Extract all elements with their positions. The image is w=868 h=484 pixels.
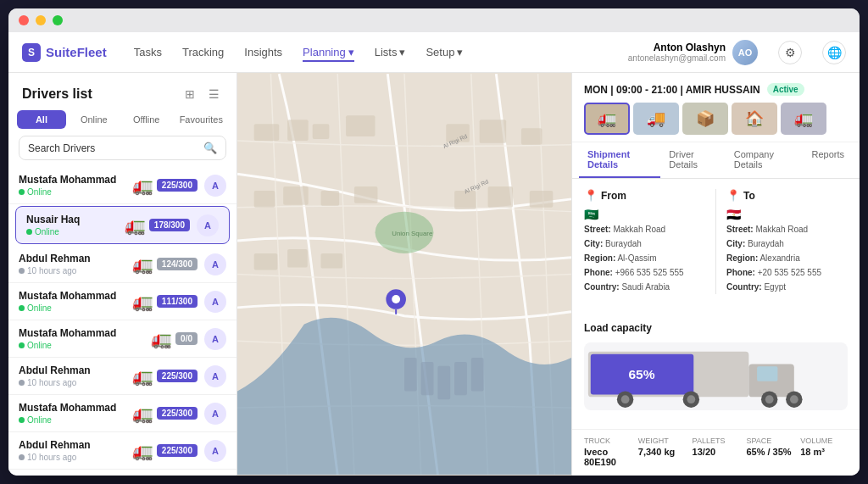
from-header: 📍 From — [584, 189, 705, 202]
close-dot[interactable] — [19, 15, 29, 25]
driver-info: Mustafa Mohammad Online — [19, 327, 144, 350]
from-label: From — [601, 190, 626, 202]
divider — [715, 189, 716, 294]
from-pin-icon: 📍 — [584, 189, 598, 202]
tab-reports[interactable]: Reports — [803, 142, 853, 178]
svg-point-39 — [765, 395, 774, 403]
from-details: Street: Makkah Road City: Buraydah Regio… — [584, 222, 705, 294]
truck-icon: 🚛 — [132, 403, 153, 424]
status-dot — [19, 305, 25, 311]
logo[interactable]: S SuiteFleet — [22, 43, 107, 62]
driver-avatar[interactable]: A — [204, 365, 226, 387]
to-flag: 🇪🇬 — [726, 208, 741, 221]
driver-item[interactable]: Abdul Rehman 10 hours ago 🚛 225/300 A — [8, 432, 236, 470]
maximize-dot[interactable] — [53, 15, 63, 25]
search-icon: 🔍 — [203, 142, 217, 154]
tab-company-details[interactable]: Company Details — [726, 142, 804, 178]
driver-status: Online — [26, 227, 118, 236]
driver-item[interactable]: Mustafa Mohammad Online 🚛 111/300 A — [8, 283, 236, 320]
settings-icon[interactable]: ⚙ — [778, 41, 802, 64]
driver-status: Online — [19, 415, 125, 425]
driver-item[interactable]: Mustafa Mohammad Online 🚛 225/300 A — [8, 167, 236, 204]
driver-header-top: MON | 09:00 - 21:00 | AMIR HUSSAIN Activ… — [584, 83, 848, 96]
filter-favourites[interactable]: Favourites — [175, 110, 228, 129]
svg-text:Union Square: Union Square — [392, 230, 433, 237]
stat-weight: Weight 7,340 kg — [638, 437, 686, 467]
avatar[interactable]: AO — [732, 40, 758, 65]
grid-view-icon[interactable]: ⊞ — [181, 85, 199, 103]
to-label: To — [743, 190, 755, 202]
driver-info: Nusair Haq Online — [26, 214, 118, 236]
driver-item[interactable]: Nusair Haq Online 🚛 178/300 A — [15, 206, 230, 244]
driver-photo-1[interactable]: 🚛 — [584, 103, 630, 135]
nav-setup[interactable]: Setup ▾ — [426, 42, 463, 62]
nav-insights[interactable]: Insights — [244, 42, 282, 62]
map-container[interactable]: Union Square Al Rigi Rd Al Rigi Rd — [237, 73, 571, 476]
load-capacity-section: Load capacity 65% — [572, 315, 860, 429]
svg-rect-13 — [254, 191, 275, 208]
filter-online[interactable]: Online — [70, 110, 119, 129]
tab-driver-details[interactable]: Driver Details — [660, 142, 725, 178]
to-location: 📍 To 🇪🇬 Street: Makkah Road City: Burayd… — [726, 189, 848, 294]
driver-item[interactable]: Mustafa Mohammad Online 🚛 0/0 A — [8, 320, 236, 358]
driver-photo-5[interactable]: 🚛 — [781, 103, 826, 135]
svg-point-26 — [392, 295, 400, 303]
truck-badge: 225/300 — [157, 407, 198, 420]
svg-rect-21 — [287, 249, 308, 268]
driver-photo-2[interactable]: 🚚 — [633, 103, 679, 135]
globe-icon[interactable]: 🌐 — [822, 41, 846, 64]
driver-status: 10 hours ago — [19, 266, 125, 275]
status-dot — [26, 229, 32, 235]
svg-rect-22 — [321, 253, 343, 269]
driver-photo-4[interactable]: 🏠 — [732, 103, 777, 135]
filter-all[interactable]: All — [17, 110, 66, 129]
driver-avatar[interactable]: A — [204, 328, 226, 350]
svg-text:65%: 65% — [628, 367, 654, 381]
driver-item[interactable]: Abdul Rehman 10 hours ago 🚛 225/300 A — [8, 358, 236, 395]
driver-name: Abdul Rehman — [19, 253, 125, 264]
to-pin-icon: 📍 — [726, 189, 740, 202]
driver-avatar[interactable]: A — [204, 175, 226, 197]
to-details: Street: Makkah Road City: Buraydah Regio… — [726, 222, 848, 294]
driver-avatar[interactable]: A — [204, 440, 226, 462]
stat-pallets: Pallets 13/20 — [693, 437, 740, 467]
load-capacity-title: Load capacity — [584, 322, 848, 334]
driver-name: Abdul Rehman — [19, 364, 125, 376]
truck-icon: 🚛 — [132, 254, 153, 275]
filter-tabs: All Online Offline Favourites — [8, 110, 236, 136]
driver-name: Mustafa Mohammad — [19, 327, 144, 339]
nav-tracking[interactable]: Tracking — [182, 42, 224, 62]
driver-header: MON | 09:00 - 21:00 | AMIR HUSSAIN Activ… — [572, 73, 860, 142]
svg-rect-8 — [313, 124, 330, 139]
svg-rect-14 — [283, 186, 309, 205]
driver-avatar[interactable]: A — [204, 403, 226, 425]
from-flag: 🇸🇦 — [584, 208, 598, 221]
sidebar: Drivers list ⊞ ☰ All Online Offline Favo… — [8, 73, 237, 476]
driver-name: Mustafa Mohammad — [19, 290, 125, 302]
driver-avatar[interactable]: A — [204, 291, 226, 313]
driver-photo-3[interactable]: 📦 — [682, 103, 728, 135]
filter-offline[interactable]: Offline — [122, 110, 171, 129]
stat-space-label: Space — [746, 437, 793, 445]
driver-item[interactable]: Abdul Rehman 10 hours ago 🚛 124/300 A — [8, 246, 236, 283]
location-row: 📍 From 🇸🇦 Street: Makkah Road City: Bura… — [584, 189, 848, 294]
driver-truck: 🚛 0/0 — [151, 329, 198, 349]
truck-icon: 🚛 — [151, 329, 172, 349]
list-view-icon[interactable]: ☰ — [204, 85, 223, 103]
lists-arrow-icon: ▾ — [399, 46, 405, 58]
driver-info: Mustafa Mohammad Online — [19, 174, 125, 197]
minimize-dot[interactable] — [36, 15, 46, 25]
nav-planning[interactable]: Planning ▾ — [303, 42, 354, 62]
driver-avatar[interactable]: A — [197, 214, 219, 236]
title-bar — [8, 8, 860, 32]
truck-badge: 178/300 — [149, 219, 190, 231]
tab-shipment-details[interactable]: Shipment Details — [579, 142, 660, 178]
nav-lists[interactable]: Lists ▾ — [375, 42, 406, 62]
driver-item[interactable]: Mustafa Mohammad Online 🚛 225/300 A — [8, 395, 236, 432]
driver-info: Abdul Rehman 10 hours ago — [19, 439, 125, 462]
truck-icon: 🚛 — [125, 215, 146, 236]
truck-badge: 225/300 — [157, 444, 198, 457]
driver-avatar[interactable]: A — [204, 253, 226, 275]
search-input[interactable] — [28, 142, 198, 154]
nav-tasks[interactable]: Tasks — [134, 42, 162, 62]
